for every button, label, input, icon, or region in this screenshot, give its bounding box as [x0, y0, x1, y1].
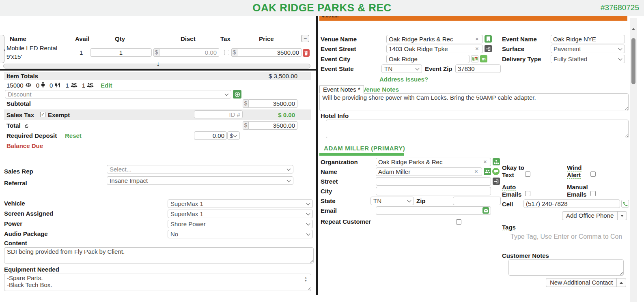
- customer-notes-textarea[interactable]: [508, 259, 624, 276]
- item-name-line2: 9'x15': [6, 53, 22, 60]
- tax-id-input[interactable]: [194, 110, 243, 118]
- deposit-unit-select[interactable]: $: [227, 131, 240, 140]
- weight-value: 15000: [6, 82, 24, 89]
- venue-name-clear-icon[interactable]: ×: [475, 35, 479, 42]
- event-state-select[interactable]: TN: [381, 64, 422, 73]
- maps-button[interactable]: m: [480, 55, 487, 62]
- event-street-input[interactable]: [386, 45, 483, 53]
- people-icon: [485, 169, 490, 173]
- event-state-value: TN: [384, 65, 392, 72]
- tax-checkbox[interactable]: [224, 50, 229, 55]
- contact-name-input[interactable]: [376, 167, 482, 176]
- subtotal-label: Subtotal: [6, 100, 31, 107]
- price-input[interactable]: [237, 48, 302, 57]
- event-notes-textarea[interactable]: Will be providing shore power with Cam L…: [319, 93, 629, 111]
- event-city-label: Event City: [321, 56, 350, 62]
- contact-sms-button[interactable]: [492, 168, 500, 175]
- contact-state-value: TN: [373, 197, 381, 204]
- movers-value: 0: [50, 82, 53, 89]
- contact-zip-input[interactable]: [453, 197, 501, 205]
- content-textarea[interactable]: SDI being provided from Fly Pack by Clie…: [4, 247, 314, 263]
- item-totals-row: Item Totals $ 3,500.00: [4, 72, 311, 80]
- cell-input[interactable]: [523, 199, 620, 208]
- new-additional-contact-collapse[interactable]: [616, 278, 626, 287]
- screen-assigned-select[interactable]: SuperMax 1: [168, 210, 313, 218]
- edit-metrics-link[interactable]: Edit: [101, 82, 112, 89]
- refresh-icon[interactable]: [24, 123, 29, 130]
- equipment-scroll-spinner[interactable]: ▲ ▼: [304, 276, 307, 282]
- contact-city-input[interactable]: [376, 187, 491, 195]
- referral-select[interactable]: Insane Impact: [107, 176, 293, 185]
- repeat-customer-checkbox[interactable]: [456, 219, 461, 225]
- venue-name-input[interactable]: [386, 35, 483, 43]
- street-copy-button[interactable]: [485, 45, 492, 52]
- envelope-icon: [484, 209, 488, 212]
- contact-state-select[interactable]: TN: [370, 197, 414, 205]
- call-button[interactable]: [621, 200, 629, 208]
- qty-input[interactable]: [90, 48, 152, 57]
- tags-label[interactable]: Tags: [502, 224, 516, 231]
- auto-emails-label[interactable]: Auto Emails: [502, 184, 523, 198]
- scrollbar-up-icon[interactable]: [632, 21, 635, 28]
- discount-select[interactable]: Discount: [5, 90, 231, 99]
- add-discount-button[interactable]: [233, 90, 241, 99]
- delivery-type-select[interactable]: Fully Staffed: [551, 55, 625, 63]
- tags-input[interactable]: [508, 233, 624, 241]
- tab-venue-notes[interactable]: Venue Notes: [362, 86, 399, 93]
- manual-emails-checkbox[interactable]: [590, 191, 596, 196]
- event-name-input[interactable]: [551, 35, 625, 43]
- map-lookup-button[interactable]: [471, 55, 478, 62]
- contact-section-title[interactable]: ADAM MILLER (PRIMARY): [324, 145, 405, 152]
- trash-icon: [304, 51, 308, 56]
- item-name-line1[interactable]: Mobile LED Rental: [6, 45, 57, 51]
- organization-clear-icon[interactable]: ×: [483, 158, 487, 165]
- equipment-needed-textarea[interactable]: -Spare Parts. -Black Tech Box.: [4, 274, 311, 291]
- contact-street-input[interactable]: [376, 177, 491, 186]
- contact-street-copy-button[interactable]: [493, 178, 500, 185]
- wind-alert-checkbox[interactable]: [590, 171, 596, 177]
- event-zip-label: Event Zip: [425, 65, 452, 72]
- weight-scale-icon: [25, 82, 32, 89]
- hotel-info-textarea[interactable]: [326, 120, 629, 138]
- event-city-input[interactable]: [386, 55, 470, 63]
- collapse-items-button[interactable]: −: [301, 35, 309, 42]
- sales-rep-select[interactable]: Select...: [107, 165, 293, 173]
- page-scrollbar[interactable]: [630, 18, 637, 302]
- event-zip-input[interactable]: [455, 64, 501, 73]
- scrollbar-thumb[interactable]: [631, 38, 635, 84]
- add-office-phone-button[interactable]: Add Office Phone: [562, 211, 627, 220]
- contact-name-clear-icon[interactable]: ×: [474, 168, 478, 175]
- total-currency: $: [243, 121, 249, 130]
- power-select[interactable]: Shore Power: [168, 220, 313, 228]
- add-office-phone-dropdown[interactable]: [617, 212, 627, 220]
- auto-emails-checkbox[interactable]: [525, 191, 530, 196]
- reset-deposit-link[interactable]: Reset: [65, 132, 82, 139]
- wind-alert-label[interactable]: Wind Alert: [567, 164, 588, 179]
- map-pin-icon: [472, 56, 478, 61]
- item-totals-value: $ 3,500.00: [269, 73, 297, 79]
- new-additional-contact-button[interactable]: New Additional Contact: [546, 278, 626, 287]
- subtotal-currency: $: [243, 99, 249, 108]
- deposit-amount-input[interactable]: [194, 131, 227, 140]
- organization-input[interactable]: [376, 158, 491, 166]
- expand-items-arrow[interactable]: ↓: [0, 60, 316, 68]
- delete-item-button[interactable]: [303, 49, 310, 57]
- address-issues-link[interactable]: Address issues?: [379, 76, 428, 83]
- organization-link-button[interactable]: [493, 158, 500, 165]
- audio-package-select[interactable]: No: [168, 230, 313, 238]
- email-button[interactable]: [482, 207, 489, 214]
- disct-input[interactable]: [159, 48, 219, 57]
- okay-to-text-checkbox[interactable]: [525, 171, 530, 177]
- exempt-label: Exempt: [48, 111, 70, 118]
- tab-event-notes[interactable]: Event Notes *: [319, 85, 364, 94]
- venue-building-button[interactable]: [485, 35, 492, 43]
- exempt-checkbox[interactable]: ✓: [40, 112, 45, 117]
- surface-select[interactable]: Pavement: [551, 45, 625, 53]
- contact-email-input[interactable]: [376, 206, 491, 215]
- event-street-clear-icon[interactable]: ×: [475, 45, 479, 52]
- subtotal-input[interactable]: [249, 99, 297, 108]
- vehicle-select[interactable]: SuperMax 1: [168, 199, 313, 208]
- total-input[interactable]: [249, 121, 297, 130]
- event-state-label: Event State: [321, 65, 354, 72]
- contact-people-button[interactable]: [484, 168, 491, 175]
